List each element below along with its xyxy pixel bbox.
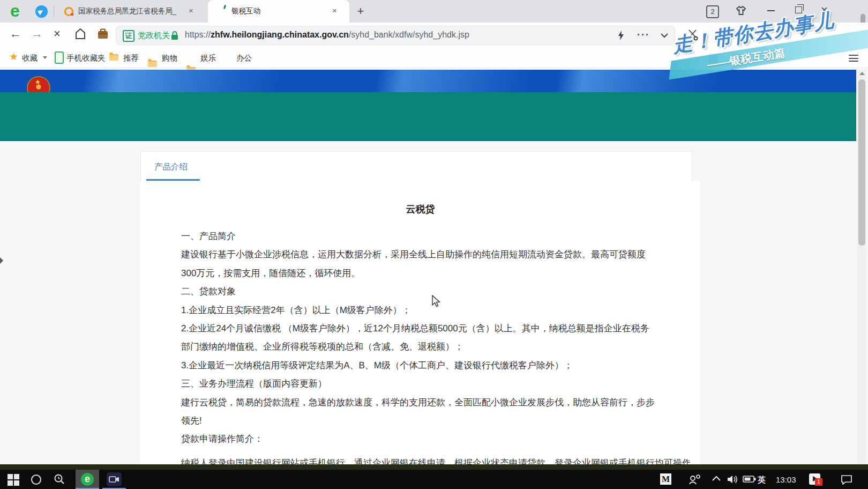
screenshot-scissors-icon[interactable] (687, 29, 699, 41)
extension-icon[interactable] (731, 54, 741, 64)
browser-tab-active[interactable]: 银税互动 × (208, 0, 349, 23)
start-button-icon[interactable] (8, 474, 19, 486)
home-icon[interactable] (74, 27, 87, 40)
tab-close-icon[interactable]: × (189, 6, 193, 15)
site-banner-teal (0, 92, 856, 141)
favorites-caret-icon[interactable] (43, 56, 47, 59)
mobile-bookmarks-icon[interactable] (55, 51, 64, 64)
bookmark-folder-label[interactable]: 办公 (236, 53, 252, 63)
divider (54, 5, 54, 17)
menu-hamburger-icon[interactable] (849, 55, 858, 62)
url-scheme: https:// (185, 30, 211, 39)
quick-access-bolt-icon[interactable] (618, 31, 624, 40)
active-tab-underline (146, 179, 200, 181)
tray-app-m-icon[interactable]: M (660, 473, 671, 485)
product-tab-card: 产品介绍 (140, 151, 692, 182)
battery-icon[interactable] (743, 475, 757, 483)
tab-count-badge[interactable]: 2 (706, 5, 719, 18)
article-content: 云税贷 一、产品简介 建设银行基于小微企业涉税信息，运用大数据分析，采用全线上自… (140, 181, 700, 464)
messenger-icon[interactable]: ▶ (35, 5, 48, 18)
site-verified-label[interactable]: 党政机关 (138, 31, 170, 41)
mouse-cursor (431, 295, 443, 308)
browser-app-icon: e (81, 473, 94, 486)
forward-icon[interactable]: → (31, 27, 43, 40)
camera-app-icon (107, 472, 122, 486)
action-center-icon[interactable] (840, 474, 853, 485)
bookmark-folder-label[interactable]: 推荐 (123, 53, 139, 63)
tray-expand-chevron-icon[interactable] (712, 476, 721, 481)
favorites-label[interactable]: 收藏 (22, 53, 38, 63)
task-view-icon[interactable] (54, 473, 65, 485)
folder-icon[interactable] (109, 54, 118, 61)
address-bar[interactable]: 证 党政机关 https://zhfw.heilongjiang.chinata… (116, 26, 675, 45)
clipped-text-line: 纳税人登录中国建设银行网站或手机银行，通过企业网银在线申请，根据企业状态申请贷款… (181, 457, 690, 464)
notification-count-badge: 1 (815, 478, 822, 486)
back-icon[interactable]: ← (10, 27, 21, 40)
clock[interactable]: 13:03 (776, 475, 796, 484)
video-edge-strip (0, 464, 868, 470)
url-text[interactable]: https://zhfw.heilongjiang.chinatax.gov.c… (185, 30, 469, 40)
tab-title: 银税互动 (231, 6, 260, 16)
tab-close-icon[interactable]: × (332, 6, 337, 15)
lock-icon (171, 31, 178, 40)
article-line: 3.企业最近一次纳税信用等级评定结果为A、B、M级（个体工商户、建设银行代缴税客… (181, 357, 679, 375)
browser-logo-icon[interactable]: e (6, 2, 24, 19)
tab-loading-tick-icon (223, 5, 226, 10)
extension-icon[interactable] (708, 54, 719, 64)
scrollbar-up-arrow[interactable] (859, 72, 865, 75)
browser-tab-inactive[interactable]: 国家税务总局黑龙江省税务局_ × (58, 0, 201, 23)
minimize-button[interactable] (767, 10, 775, 11)
people-icon[interactable] (688, 473, 702, 485)
browser-taskbar-button[interactable]: e (76, 470, 99, 489)
recorder-taskbar-button[interactable] (102, 470, 126, 489)
article-line: 建设银行基于小微企业涉税信息，运用大数据分析，采用全线上自助操作的纯信用短期流动… (181, 246, 679, 264)
maximize-button[interactable] (795, 6, 802, 13)
article-line: 300万元，按需支用，随借随还，循环使用。 (181, 264, 679, 283)
taskbar: e M 英 (0, 470, 868, 489)
article-title: 云税贷 (140, 203, 700, 216)
browser-nav-bar: ← → × 证 党政机关 https://zhfw.heilongjiang.c… (0, 23, 868, 48)
input-language-indicator[interactable]: 英 (758, 475, 766, 485)
folder-icon[interactable] (148, 61, 157, 67)
mobile-bookmarks-label[interactable]: 手机收藏夹 (66, 53, 106, 63)
tab-title: 国家税务总局黑龙江省税务局_ (78, 6, 185, 16)
dropdown-chevron-icon[interactable] (661, 33, 668, 38)
site-banner-blue (0, 70, 856, 92)
player-tray-icon[interactable]: 1 (809, 473, 820, 485)
article-line: 建行云税贷，简易的贷款流程，急速的放款速度，科学的支用还款，全面匹配小微企业发展… (181, 394, 679, 412)
close-window-button[interactable]: × (821, 3, 828, 17)
favorites-star-icon[interactable]: ★ (9, 51, 18, 62)
article-line: 贷款申请操作简介： (181, 430, 679, 448)
cert-badge-icon[interactable]: 证 (123, 30, 134, 42)
more-actions-icon[interactable]: ··· (637, 29, 650, 41)
bookmark-folder-label[interactable]: 娱乐 (200, 53, 216, 63)
tab-product-intro[interactable]: 产品介绍 (154, 161, 188, 173)
article-line: 2.企业近24个月诚信缴税 （M级客户除外），近12个月纳税总额5000元（含）… (181, 320, 679, 338)
workspace-briefcase-icon[interactable] (96, 28, 109, 40)
skin-theme-icon[interactable] (735, 5, 747, 16)
scrollbar-thumb[interactable] (858, 79, 865, 246)
article-line: 二、贷款对象 (181, 283, 679, 301)
browser-tab-bar: e ▶ 国家税务总局黑龙江省税务局_ × 银税互动 × + 2 × (0, 0, 868, 23)
national-emblem-icon (28, 77, 49, 92)
new-tab-button[interactable]: + (354, 4, 368, 18)
stop-icon[interactable]: × (54, 27, 61, 40)
url-path: /syhd_bank/xdfw/syhd_yhdk.jsp (349, 30, 469, 39)
cortana-icon[interactable] (31, 475, 41, 485)
url-domain: zhfw.heilongjiang.chinatax.gov.cn (211, 30, 349, 39)
article-line: 一、产品简介 (181, 227, 679, 246)
bookmark-folder-label[interactable]: 购物 (162, 53, 177, 63)
article-line: 1.企业成立且实际经营2年（含）以上（M级客户除外）； (181, 301, 679, 320)
article-line: 领先! (181, 412, 679, 430)
tab-favicon-icon (64, 7, 73, 16)
volume-icon[interactable] (727, 474, 739, 485)
article-line: 部门缴纳的增值税、企业所得税等税项的总和（含减、免、退税额）； (181, 338, 679, 356)
screen: e ▶ 国家税务总局黑龙江省税务局_ × 银税互动 × + 2 × ← → × (0, 0, 868, 489)
article-line: 三、业务办理流程（版面内容更新） (181, 375, 679, 393)
side-panel-handle-icon[interactable] (0, 257, 3, 264)
article-body: 一、产品简介 建设银行基于小微企业涉税信息，运用大数据分析，采用全线上自助操作的… (181, 227, 679, 449)
